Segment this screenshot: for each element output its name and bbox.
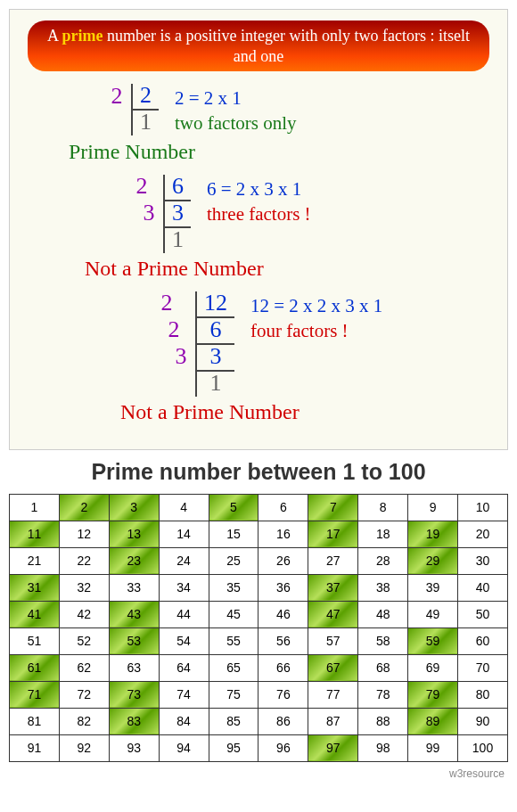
grid-cell: 71	[10, 681, 60, 708]
grid-cell: 21	[10, 547, 60, 574]
divisor-cell	[138, 371, 196, 397]
quotient-cell: 12	[196, 291, 234, 317]
grid-cell: 32	[59, 574, 109, 601]
factors-line: four factors !	[250, 318, 382, 343]
grid-title: Prime number between 1 to 100	[9, 459, 508, 485]
factors-line: three factors !	[207, 201, 311, 226]
grid-cell: 87	[308, 708, 358, 734]
divisor-cell	[120, 227, 164, 253]
grid-cell: 11	[10, 521, 60, 547]
grid-cell: 67	[308, 654, 358, 681]
divisor-cell: 2	[120, 175, 164, 201]
grid-cell: 7	[308, 494, 358, 521]
grid-cell: 28	[358, 547, 408, 574]
grid-cell: 65	[209, 654, 258, 681]
grid-cell: 43	[109, 601, 159, 627]
grid-cell: 27	[308, 547, 358, 574]
grid-cell: 35	[209, 574, 258, 601]
grid-cell: 20	[458, 521, 508, 547]
grid-cell: 66	[258, 654, 308, 681]
def-pre: A	[47, 27, 62, 45]
grid-cell: 85	[209, 708, 258, 734]
quotient-cell: 1	[196, 371, 234, 397]
grid-cell: 51	[10, 627, 60, 654]
number-grid: 1234567891011121314151617181920212223242…	[9, 494, 508, 762]
grid-cell: 93	[109, 734, 159, 761]
example-ex1: 2212 = 2 x 1two factors onlyPrime Number	[22, 84, 495, 164]
grid-cell: 1	[10, 494, 60, 521]
quotient-cell: 3	[164, 201, 191, 227]
factors-line: two factors only	[175, 111, 296, 135]
factor-ladder: 26331	[120, 175, 191, 253]
grid-cell: 10	[458, 494, 508, 521]
grid-cell: 47	[308, 601, 358, 627]
grid-cell: 82	[59, 708, 109, 734]
grid-cell: 24	[159, 547, 209, 574]
grid-cell: 89	[408, 708, 458, 734]
grid-cell: 97	[308, 734, 358, 761]
grid-cell: 4	[159, 494, 209, 521]
grid-cell: 36	[258, 574, 308, 601]
quotient-cell: 6	[164, 175, 191, 201]
grid-cell: 99	[408, 734, 458, 761]
grid-cell: 84	[159, 708, 209, 734]
quotient-cell: 1	[132, 110, 159, 135]
grid-cell: 95	[209, 734, 258, 761]
grid-cell: 78	[358, 681, 408, 708]
grid-cell: 25	[209, 547, 258, 574]
grid-cell: 30	[458, 547, 508, 574]
equation-line: 6 = 2 x 3 x 1	[207, 176, 311, 201]
grid-cell: 40	[458, 574, 508, 601]
grid-cell: 6	[258, 494, 308, 521]
definition-banner: A prime number is a positive integer wit…	[28, 21, 489, 71]
grid-cell: 62	[59, 654, 109, 681]
grid-cell: 94	[159, 734, 209, 761]
example-ex2: 263316 = 2 x 3 x 1three factors !Not a P…	[22, 175, 495, 281]
grid-cell: 44	[159, 601, 209, 627]
footer-credit: w3resource	[9, 767, 508, 780]
grid-cell: 88	[358, 708, 408, 734]
grid-cell: 59	[408, 627, 458, 654]
grid-cell: 3	[109, 494, 159, 521]
grid-cell: 45	[209, 601, 258, 627]
grid-cell: 98	[358, 734, 408, 761]
grid-cell: 54	[159, 627, 209, 654]
divisor-cell: 3	[120, 201, 164, 227]
example-ex3: 2122633112 = 2 x 2 x 3 x 1four factors !…	[22, 291, 495, 424]
grid-cell: 63	[109, 654, 159, 681]
factor-ladder: 221	[103, 84, 159, 135]
verdict-label: Not a Prime Number	[120, 400, 495, 424]
def-post: number is a positive integer with only t…	[103, 27, 470, 65]
explanation: 12 = 2 x 2 x 3 x 1four factors !	[250, 291, 382, 344]
grid-cell: 83	[109, 708, 159, 734]
grid-cell: 23	[109, 547, 159, 574]
quotient-cell: 2	[132, 84, 159, 110]
grid-cell: 74	[159, 681, 209, 708]
grid-cell: 75	[209, 681, 258, 708]
grid-cell: 80	[458, 681, 508, 708]
grid-cell: 64	[159, 654, 209, 681]
grid-cell: 22	[59, 547, 109, 574]
grid-cell: 58	[358, 627, 408, 654]
grid-cell: 13	[109, 521, 159, 547]
grid-cell: 5	[209, 494, 258, 521]
quotient-cell: 1	[164, 227, 191, 253]
grid-cell: 37	[308, 574, 358, 601]
divisor-cell: 2	[138, 317, 196, 344]
grid-cell: 19	[408, 521, 458, 547]
divisor-cell: 2	[138, 291, 196, 317]
grid-cell: 86	[258, 708, 308, 734]
grid-cell: 49	[408, 601, 458, 627]
grid-cell: 70	[458, 654, 508, 681]
grid-cell: 16	[258, 521, 308, 547]
grid-cell: 15	[209, 521, 258, 547]
grid-cell: 26	[258, 547, 308, 574]
grid-cell: 76	[258, 681, 308, 708]
grid-cell: 2	[59, 494, 109, 521]
examples-container: 2212 = 2 x 1two factors onlyPrime Number…	[22, 84, 495, 424]
grid-cell: 60	[458, 627, 508, 654]
grid-cell: 41	[10, 601, 60, 627]
grid-cell: 31	[10, 574, 60, 601]
grid-cell: 100	[458, 734, 508, 761]
grid-cell: 55	[209, 627, 258, 654]
